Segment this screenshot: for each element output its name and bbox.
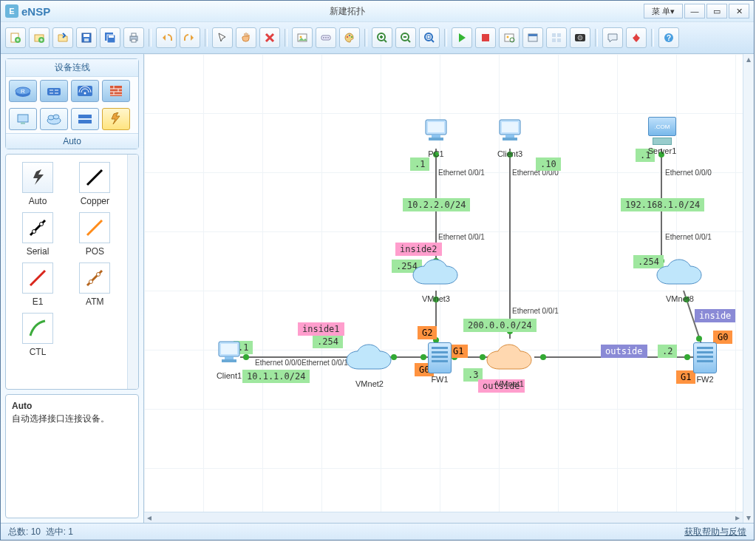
node-client3[interactable]: Client3 [495,117,525,158]
if-label: Ethernet 0/0/1 [512,307,559,315]
svg-rect-26 [482,34,489,41]
svg-rect-32 [552,33,556,37]
tag-zone: outside [601,345,647,358]
cat-other[interactable] [71,108,99,130]
tag-net: 10.1.1.0/24 [242,370,310,383]
window-title: 新建拓扑 [50,5,644,18]
node-vmnet2[interactable]: VMnet2 [344,342,395,376]
titlebar: E eNSP 新建拓扑 菜 单 ▾ — ▭ ✕ [1,1,754,21]
svg-text:?: ? [667,34,671,42]
svg-point-24 [425,33,432,41]
new-topo-button[interactable] [5,27,26,48]
statusbar: 总数: 10 选中: 1 获取帮助与反馈 [1,523,754,540]
chat-button[interactable] [602,27,623,48]
node-fw1[interactable]: FW1 [427,342,452,375]
conn-atm[interactable]: ATM [69,262,120,307]
node-server1[interactable]: .COM Server1 [647,117,678,146]
capture-button[interactable] [499,27,520,48]
desc-title: Auto [12,401,132,411]
pointer-button[interactable] [212,27,233,48]
cat-router[interactable]: R [9,80,37,102]
cli-button[interactable] [522,27,543,48]
open-button[interactable] [52,27,73,48]
tag-zone: inside2 [395,243,442,256]
cat-switch[interactable] [40,80,68,102]
svg-rect-33 [557,33,561,37]
desc-panel: Auto 自动选择接口连接设备。 [5,394,139,518]
huawei-button[interactable] [626,27,647,48]
svg-rect-92 [225,356,234,359]
cat-cloud[interactable] [40,108,68,130]
minimize-button[interactable]: — [684,4,705,18]
svg-point-18 [327,37,329,38]
saveas-button[interactable] [100,27,120,48]
pan-button[interactable] [236,27,256,48]
svg-rect-35 [557,38,561,42]
delete-button[interactable] [259,27,280,48]
svg-line-59 [30,271,45,285]
screenshot-button[interactable] [570,27,590,48]
close-button[interactable]: ✕ [729,4,749,18]
svg-point-17 [325,37,327,38]
help-link[interactable]: 获取帮助与反馈 [684,526,746,538]
node-fw2[interactable]: FW2 [692,342,718,375]
node-vmnet1[interactable]: VMnet1 [484,342,536,376]
stop-button[interactable] [475,27,496,48]
status-sel: 选中: 1 [46,526,73,537]
svg-point-21 [351,36,353,38]
svg-point-28 [507,36,509,38]
zoomin-button[interactable] [372,27,392,48]
svg-line-58 [87,220,102,235]
palette-button[interactable] [339,27,360,48]
conn-copper[interactable]: Copper [69,162,120,206]
conn-serial[interactable]: Serial [12,212,64,257]
if-label: Ethernet 0/0/0 [665,169,712,177]
tag-zone: inside [695,309,735,322]
topology-canvas[interactable]: Ethernet 0/0/0 Ethernet 0/0/1 Ethernet 0… [144,54,743,512]
conn-ctl[interactable]: CTL [12,313,64,357]
list-scrollbar[interactable] [127,155,138,389]
canvas-vscroll[interactable]: ▴▾ [743,54,754,523]
svg-rect-100 [505,135,514,138]
svg-rect-96 [432,135,440,138]
start-button[interactable] [452,27,472,48]
svg-rect-5 [84,34,89,37]
tag-ip: .254 [313,335,343,348]
image-button[interactable] [292,27,313,48]
zoomout-button[interactable] [395,27,416,48]
cat-link[interactable] [102,108,130,130]
help-button[interactable]: ? [658,27,679,48]
new-proj-button[interactable] [29,27,50,48]
menu-button[interactable]: 菜 单 ▾ [644,4,683,18]
tag-port: G2 [418,326,437,339]
tag-ip: .10 [536,157,561,171]
conn-auto[interactable]: Auto [12,162,64,206]
cat-wlan[interactable] [71,80,99,102]
svg-rect-91 [221,344,237,354]
save-button[interactable] [76,27,97,48]
conn-e1[interactable]: E1 [12,262,64,307]
node-vmnet3[interactable]: VMnet3 [410,257,462,291]
if-label: Ethernet 0/0/1 [665,233,712,241]
node-vmnet8[interactable]: VMnet8 [654,257,706,291]
svg-point-89 [696,336,702,342]
chevron-down-icon: ▾ [670,7,675,16]
maximize-button[interactable]: ▭ [706,4,727,18]
conn-pos[interactable]: POS [69,212,120,257]
svg-point-64 [243,354,249,360]
tag-ip: .1 [410,157,429,171]
cat-pc[interactable] [9,108,37,130]
grid-button[interactable] [546,27,567,48]
zoomfit-button[interactable] [419,27,440,48]
print-button[interactable] [123,27,144,48]
svg-rect-31 [528,34,537,36]
canvas-hscroll[interactable]: ◂▸ [144,512,743,523]
node-pc1[interactable]: PC1 [421,117,451,158]
sidebar-sub: Auto [6,133,138,149]
redo-button[interactable] [180,27,200,48]
cat-firewall[interactable] [102,80,130,102]
text-button[interactable] [316,27,336,48]
if-label: Ethernet 0/0/1 [438,169,485,177]
node-client1[interactable]: Client1 [214,339,244,380]
undo-button[interactable] [156,27,177,48]
